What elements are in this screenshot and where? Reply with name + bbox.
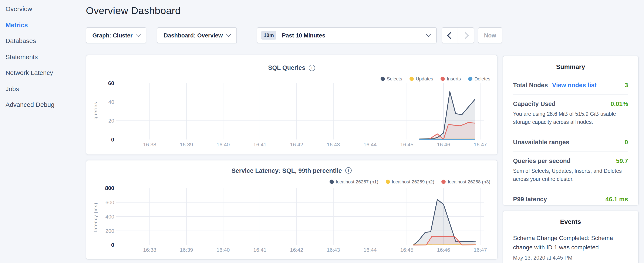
- x-tick-label: 16:40: [216, 247, 230, 252]
- now-button-label: Now: [484, 32, 496, 39]
- events-title: Events: [513, 218, 628, 225]
- info-icon[interactable]: i: [309, 65, 315, 71]
- x-tick-label: 16:43: [326, 247, 340, 252]
- x-tick-label: 16:39: [180, 142, 193, 147]
- legend-item-localhost-26258-n3-[interactable]: localhost:26258 (n3): [442, 179, 490, 184]
- total-nodes-label: Total Nodes: [513, 82, 548, 89]
- legend-dot: [442, 179, 446, 184]
- legend-item-deletes[interactable]: Deletes: [468, 76, 490, 81]
- summary-panel: Summary Total Nodes View nodes list 3 Ca…: [502, 56, 639, 205]
- series-line-deletes: [420, 139, 474, 139]
- sql-queries-chart-card: 16:3816:3916:4016:4116:4216:4316:4416:45…: [86, 55, 498, 155]
- sidebar-item-metrics[interactable]: Metrics: [6, 17, 54, 33]
- sidebar-item-advanced-debug[interactable]: Advanced Debug: [6, 97, 54, 113]
- chart-title-row: SQL Queries i: [86, 64, 497, 71]
- summary-row-total-nodes: Total Nodes View nodes list 3: [513, 76, 628, 95]
- x-tick-label: 16:47: [474, 247, 487, 252]
- y-tick-label: 20: [108, 118, 114, 124]
- legend-label: Updates: [416, 76, 433, 81]
- time-step-forward-button[interactable]: [458, 27, 474, 43]
- chevron-down-icon: [426, 32, 431, 37]
- sidebar-item-network-latency[interactable]: Network Latency: [6, 65, 54, 81]
- x-tick-label: 16:38: [143, 142, 156, 147]
- qps-label: Queries per second: [513, 157, 571, 164]
- summary-rows: Total Nodes View nodes list 3 Capacity U…: [513, 76, 628, 205]
- metrics-page: OverviewMetricsDatabasesStatementsNetwor…: [0, 0, 644, 263]
- sidebar-item-overview[interactable]: Overview: [6, 1, 54, 17]
- y-tick-label: 40: [108, 99, 114, 105]
- legend-dot: [380, 77, 384, 81]
- x-tick-label: 16:43: [326, 142, 340, 147]
- sidebar-item-statements[interactable]: Statements: [6, 49, 54, 65]
- p99-latency-label: P99 latency: [513, 195, 547, 202]
- summary-row-p99: P99 latency 46.1 ms: [513, 190, 628, 205]
- legend-item-selects[interactable]: Selects: [380, 76, 402, 81]
- y-tick-label: 60: [108, 80, 114, 86]
- y-tick-label: 0: [111, 137, 114, 143]
- event-item-text[interactable]: Schema Change Completed: Schema change w…: [513, 234, 628, 252]
- legend-item-updates[interactable]: Updates: [409, 76, 433, 81]
- y-tick-label: 400: [105, 214, 114, 219]
- info-icon[interactable]: i: [345, 167, 352, 174]
- y-tick-label: 600: [105, 199, 114, 205]
- event-item-timestamp: May 13, 2020 at 4:45 PM: [513, 255, 628, 261]
- dashboard-dropdown[interactable]: Dashboard: Overview: [157, 27, 237, 43]
- qps-caption: Sum of Selects, Updates, Inserts, and De…: [513, 167, 628, 184]
- now-button[interactable]: Now: [478, 27, 502, 43]
- page-title: Overview Dashboard: [86, 5, 181, 17]
- legend-dot: [468, 77, 472, 81]
- time-step-back-button[interactable]: [442, 27, 458, 43]
- sidebar-nav: OverviewMetricsDatabasesStatementsNetwor…: [6, 1, 54, 113]
- summary-row-capacity: Capacity Used 0.01% You are using 28.6 M…: [513, 95, 628, 133]
- x-tick-label: 16:41: [253, 247, 266, 252]
- controls-divider: [247, 27, 247, 43]
- time-window-badge: 10m: [261, 31, 276, 40]
- y-tick-label: 800: [105, 185, 114, 191]
- p99-latency-value: 46.1 ms: [606, 195, 628, 202]
- chart-legend: localhost:26257 (n1)localhost:26259 (n2)…: [330, 179, 490, 184]
- legend-dot: [330, 179, 334, 184]
- total-nodes-value: 3: [625, 82, 628, 89]
- chevron-down-icon: [226, 32, 231, 37]
- time-window-dropdown[interactable]: 10m Past 10 Minutes: [257, 27, 437, 43]
- x-tick-label: 16:44: [363, 142, 376, 147]
- time-window-label: Past 10 Minutes: [282, 32, 325, 39]
- capacity-used-label: Capacity Used: [513, 100, 556, 107]
- events-panel: Events Schema Change Completed: Schema c…: [502, 211, 639, 263]
- unavailable-ranges-value: 0: [625, 139, 628, 146]
- x-tick-label: 16:40: [216, 142, 230, 147]
- chart-title-row: Service Latency: SQL, 99th percentile i: [86, 167, 497, 174]
- y-axis-label: latency (ms): [93, 202, 98, 232]
- legend-label: localhost:26259 (n2): [392, 179, 434, 184]
- chevron-left-icon: [447, 32, 454, 39]
- legend-dot: [440, 77, 444, 81]
- x-tick-label: 16:41: [253, 142, 266, 147]
- chevron-down-icon: [136, 32, 140, 37]
- unavailable-ranges-label: Unavailable ranges: [513, 139, 569, 146]
- x-tick-label: 16:38: [143, 247, 156, 252]
- legend-item-inserts[interactable]: Inserts: [440, 76, 461, 81]
- legend-item-localhost-26257-n1-[interactable]: localhost:26257 (n1): [330, 179, 378, 184]
- graph-dropdown-label: Graph: Cluster: [92, 32, 132, 39]
- summary-row-qps: Queries per second 59.7 Sum of Selects, …: [513, 151, 628, 190]
- legend-label: Inserts: [447, 76, 461, 81]
- capacity-used-caption: You are using 28.6 MiB of 515.9 GiB usab…: [513, 110, 628, 127]
- service-latency-chart-card: 16:3816:3916:4016:4116:4216:4316:4416:45…: [86, 160, 498, 259]
- view-nodes-list-link[interactable]: View nodes list: [552, 82, 596, 89]
- chart-title: Service Latency: SQL, 99th percentile: [232, 167, 342, 174]
- time-step-buttons: [442, 27, 474, 43]
- legend-item-localhost-26259-n2-[interactable]: localhost:26259 (n2): [386, 179, 434, 184]
- x-tick-label: 16:45: [400, 142, 413, 147]
- qps-value: 59.7: [616, 157, 628, 164]
- graph-dropdown[interactable]: Graph: Cluster: [86, 27, 146, 43]
- y-tick-label: 0: [111, 242, 114, 248]
- x-tick-label: 16:46: [437, 247, 450, 252]
- legend-dot: [409, 77, 414, 81]
- sidebar-item-databases[interactable]: Databases: [6, 33, 54, 49]
- chart-title: SQL Queries: [268, 64, 305, 71]
- legend-dot: [386, 179, 390, 184]
- sidebar-item-jobs[interactable]: Jobs: [6, 81, 54, 97]
- x-tick-label: 16:45: [400, 247, 413, 252]
- legend-label: Selects: [387, 76, 402, 81]
- y-tick-label: 200: [105, 228, 114, 234]
